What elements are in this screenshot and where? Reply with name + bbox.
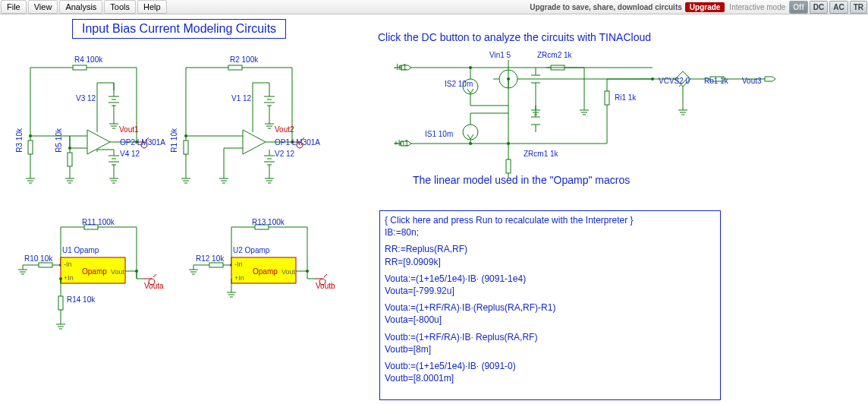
menu-tools[interactable]: Tools (104, 0, 136, 14)
interp-l2: RR:=Replus(RA,RF) (385, 243, 715, 255)
label-op1: OP1 LM301A (275, 138, 320, 147)
schematic-upper-left (15, 52, 334, 189)
svg-text:-In: -In (64, 260, 72, 268)
label-vin1: Vin1 5 (489, 51, 511, 59)
label-op2: OP2 LM301A (120, 138, 165, 147)
interp-l11: Voutb=[8.0001m] (385, 372, 715, 384)
label-r5: R5 10k (55, 128, 63, 153)
schematic-canvas[interactable]: Input Bias Current Modeling Circuits Cli… (0, 14, 868, 404)
interp-l0: { Click here and press Run to recalculat… (385, 214, 715, 226)
page-title: Input Bias Current Modeling Circuits (72, 19, 286, 39)
svg-text:Vout: Vout (281, 268, 296, 276)
interp-l7: Vouta=[-800u] (385, 314, 715, 326)
label-r12: R12 10k (196, 254, 224, 263)
label-r2: R2 100k (230, 55, 258, 64)
interp-l5: Vouta=[-799.92u] (385, 285, 715, 297)
svg-point-25 (507, 77, 510, 80)
svg-point-2 (29, 134, 32, 137)
schematic-lower-left: Opamp -In +In Vout (23, 212, 341, 333)
upgrade-button[interactable]: Upgrade (685, 2, 725, 12)
menu-file[interactable]: File (1, 0, 27, 14)
label-r14: R14 10k (67, 295, 95, 304)
label-zrcm2: ZRcm2 1k (537, 51, 572, 59)
schematic-upper-right (379, 52, 819, 174)
label-vout1: Vout1 (119, 125, 139, 134)
label-voutb: Voutb (316, 282, 335, 290)
label-is2: IS2 10m (445, 80, 473, 88)
label-ri1: Ri1 1k (615, 93, 636, 102)
label-r11: R11 100k (82, 218, 115, 226)
svg-point-27 (651, 77, 654, 80)
interpreter-box[interactable]: { Click here and press Run to recalculat… (379, 210, 721, 400)
mode-ac-button[interactable]: AC (829, 1, 848, 14)
upgrade-text: Upgrade to save, share, download circuit… (530, 3, 682, 11)
svg-point-3 (68, 147, 71, 150)
label-ro1: Ro1 1k (704, 77, 728, 85)
svg-text:+In: +In (64, 274, 74, 282)
label-nin1: -In1 (394, 63, 407, 71)
label-vcvs2: VCVS2 0 (659, 77, 690, 85)
menu-view[interactable]: View (28, 0, 58, 14)
label-r1: R1 10k (170, 128, 178, 153)
svg-text:+In: +In (234, 274, 244, 282)
interp-l8: Voutb:=(1+RF/RA)·IB· Replus(RA,RF) (385, 331, 715, 343)
interp-l4: Vouta:=(1+1e5/1e4)·IB· (9091-1e4) (385, 273, 715, 285)
label-u1: U1 Opamp (62, 246, 99, 254)
label-v4: V4 12 (120, 150, 140, 158)
menu-analysis[interactable]: Analysis (59, 0, 102, 14)
svg-text:Vout: Vout (111, 268, 125, 276)
mode-tr-button[interactable]: TR (850, 1, 867, 14)
label-pin1: +In1 (394, 139, 409, 147)
label-r13: R13 100k (252, 218, 285, 226)
opamp-b-text: Opamp (253, 267, 278, 276)
interp-l6: Vouta:=(1+RF/RA)·IB·(Replus(RA,RF)-R1) (385, 301, 715, 314)
interp-l1: IB:=80n; (385, 226, 715, 238)
label-u2: U2 Opamp (233, 246, 269, 254)
svg-point-13 (59, 277, 62, 280)
menu-help[interactable]: Help (137, 0, 167, 14)
svg-text:-In: -In (234, 260, 243, 268)
interp-l3: RR=[9.0909k] (385, 256, 715, 268)
label-vouta: Vouta (144, 282, 164, 290)
label-r4: R4 100k (74, 55, 102, 64)
label-r3: R3 10k (15, 128, 24, 153)
label-vout3: Vout3 (742, 77, 762, 85)
svg-point-19 (306, 270, 309, 273)
interp-l10: Voutb:=(1+1e5/1e4)·IB· (9091-0) (385, 360, 715, 372)
top-toolbar: File View Analysis Tools Help Upgrade to… (0, 0, 868, 14)
svg-point-23 (463, 125, 478, 140)
label-zrcm1: ZRcm1 1k (524, 150, 558, 158)
opamp-a-text: Opamp (82, 267, 107, 276)
svg-point-5 (184, 134, 187, 137)
label-is1: IS1 10m (425, 130, 453, 138)
svg-point-24 (469, 142, 472, 145)
interactive-mode-label: Interactive mode (729, 3, 785, 11)
label-v2: V2 12 (275, 150, 294, 158)
mode-dc-button[interactable]: DC (810, 1, 828, 14)
label-r10: R10 10k (24, 254, 52, 263)
mode-off-button[interactable]: Off (789, 1, 807, 14)
svg-point-22 (469, 66, 472, 69)
hint-dc: Click the DC button to analyze the circu… (378, 31, 651, 43)
label-vout2: Vout2 (275, 125, 294, 134)
hint-model: The linear model used in the "Opamp" mac… (413, 174, 630, 186)
label-v3: V3 12 (76, 94, 96, 103)
interp-l9: Voutb=[8m] (385, 343, 715, 355)
label-v1: V1 12 (231, 94, 251, 103)
